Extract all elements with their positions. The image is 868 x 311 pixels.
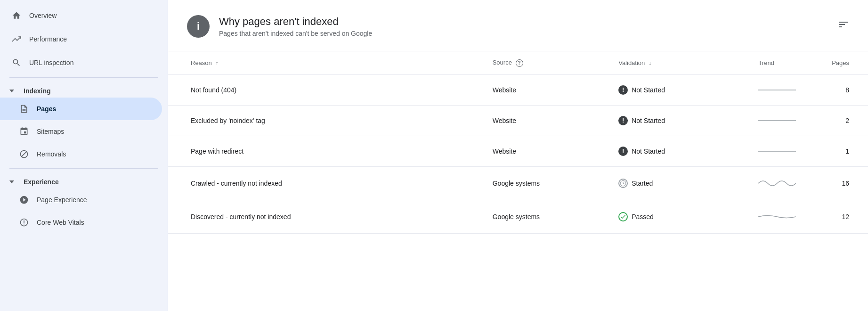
removals-icon	[19, 149, 29, 159]
filter-icon[interactable]	[838, 19, 849, 32]
home-icon	[11, 10, 22, 21]
cell-reason: Page with redirect	[168, 136, 483, 166]
sidebar-label-core-web-vitals: Core Web Vitals	[37, 219, 84, 226]
sort-desc-icon: ↓	[649, 60, 651, 66]
chevron-down-icon-2	[9, 180, 14, 183]
page-experience-icon	[19, 195, 29, 205]
validation-status-text: Started	[632, 180, 653, 187]
validation-status-text: Not Started	[632, 117, 665, 124]
cell-validation: !Not Started	[609, 136, 749, 166]
experience-section-label: Experience	[24, 178, 59, 186]
sidebar-label-removals: Removals	[37, 150, 66, 158]
cell-source: Google systems	[483, 166, 609, 200]
sidebar-section-experience[interactable]: Experience	[0, 172, 168, 188]
cell-pages: 2	[819, 105, 868, 136]
chevron-down-icon	[9, 90, 14, 92]
table-header: Reason ↑ Source ? Validation ↓ Trend	[168, 51, 868, 74]
sidebar-section-indexing[interactable]: Indexing	[0, 81, 168, 98]
cell-validation: !Not Started	[609, 105, 749, 136]
col-header-validation[interactable]: Validation ↓	[609, 51, 749, 74]
sidebar-label-page-experience: Page Experience	[37, 196, 87, 204]
validation-status-text: Not Started	[632, 86, 665, 94]
sidebar-label-sitemaps: Sitemaps	[37, 128, 64, 135]
cell-trend	[749, 74, 819, 105]
cell-source: Website	[483, 74, 609, 105]
cell-trend	[749, 200, 819, 233]
sidebar-item-performance[interactable]: Performance	[0, 27, 162, 51]
sidebar-item-overview[interactable]: Overview	[0, 4, 162, 27]
validation-status-icon	[618, 212, 628, 221]
validation-status-icon: !	[618, 116, 628, 125]
sidebar-label-performance: Performance	[29, 35, 67, 43]
cell-trend	[749, 105, 819, 136]
cell-pages: 1	[819, 136, 868, 166]
page-title: Why pages aren't indexed	[219, 16, 372, 28]
cell-pages: 16	[819, 166, 868, 200]
divider-2	[9, 168, 158, 169]
sidebar-label-pages: Pages	[37, 105, 56, 113]
sidebar-item-pages[interactable]: Pages	[0, 98, 162, 120]
source-info-icon[interactable]: ?	[516, 59, 523, 67]
validation-status-text: Not Started	[632, 147, 665, 155]
table-row[interactable]: Discovered - currently not indexedGoogle…	[168, 200, 868, 233]
sidebar-label-overview: Overview	[29, 12, 57, 19]
indexing-section-label: Indexing	[24, 87, 51, 95]
sidebar-item-page-experience[interactable]: Page Experience	[0, 188, 162, 211]
cell-trend	[749, 166, 819, 200]
table-row[interactable]: Excluded by 'noindex' tagWebsite!Not Sta…	[168, 105, 868, 136]
pages-icon	[19, 104, 29, 114]
sidebar-label-url-inspection: URL inspection	[29, 59, 73, 66]
table-row[interactable]: Crawled - currently not indexedGoogle sy…	[168, 166, 868, 200]
cell-reason: Not found (404)	[168, 74, 483, 105]
col-header-pages: Pages	[819, 51, 868, 74]
cell-source: Google systems	[483, 200, 609, 233]
table-row[interactable]: Page with redirectWebsite!Not Started1	[168, 136, 868, 166]
sidebar-item-removals[interactable]: Removals	[0, 143, 162, 165]
header-text: Why pages aren't indexed Pages that aren…	[219, 16, 372, 37]
sidebar: Overview Performance URL inspection Inde…	[0, 0, 168, 311]
header-info-icon: i	[187, 15, 210, 38]
header-card: i Why pages aren't indexed Pages that ar…	[168, 0, 868, 51]
col-header-trend: Trend	[749, 51, 819, 74]
search-icon	[11, 57, 22, 68]
core-web-vitals-icon	[19, 217, 29, 228]
cell-pages: 8	[819, 74, 868, 105]
cell-reason: Excluded by 'noindex' tag	[168, 105, 483, 136]
page-subtitle: Pages that aren't indexed can't be serve…	[219, 30, 372, 37]
cell-reason: Discovered - currently not indexed	[168, 200, 483, 233]
cell-pages: 12	[819, 200, 868, 233]
cell-validation: !Not Started	[609, 74, 749, 105]
validation-status-text: Passed	[632, 213, 654, 221]
validation-status-icon: !	[618, 85, 628, 95]
cell-source: Website	[483, 136, 609, 166]
col-header-source[interactable]: Source ?	[483, 51, 609, 74]
trending-up-icon	[11, 34, 22, 44]
cell-source: Website	[483, 105, 609, 136]
sidebar-item-sitemaps[interactable]: Sitemaps	[0, 120, 162, 143]
cell-trend	[749, 136, 819, 166]
validation-status-icon	[618, 179, 628, 188]
sidebar-item-url-inspection[interactable]: URL inspection	[0, 51, 162, 74]
main-content: i Why pages aren't indexed Pages that ar…	[168, 0, 868, 311]
table-container: Reason ↑ Source ? Validation ↓ Trend	[168, 51, 868, 311]
table-body: Not found (404)Website!Not Started8Exclu…	[168, 74, 868, 233]
cell-validation: Started	[609, 166, 749, 200]
cell-reason: Crawled - currently not indexed	[168, 166, 483, 200]
divider-1	[9, 77, 158, 78]
sitemaps-icon	[19, 126, 29, 137]
col-header-reason[interactable]: Reason ↑	[168, 51, 483, 74]
table-row[interactable]: Not found (404)Website!Not Started8	[168, 74, 868, 105]
validation-status-icon: !	[618, 147, 628, 156]
indexing-table: Reason ↑ Source ? Validation ↓ Trend	[168, 51, 868, 234]
sidebar-item-core-web-vitals[interactable]: Core Web Vitals	[0, 211, 162, 234]
sort-asc-icon: ↑	[215, 60, 218, 66]
cell-validation: Passed	[609, 200, 749, 233]
